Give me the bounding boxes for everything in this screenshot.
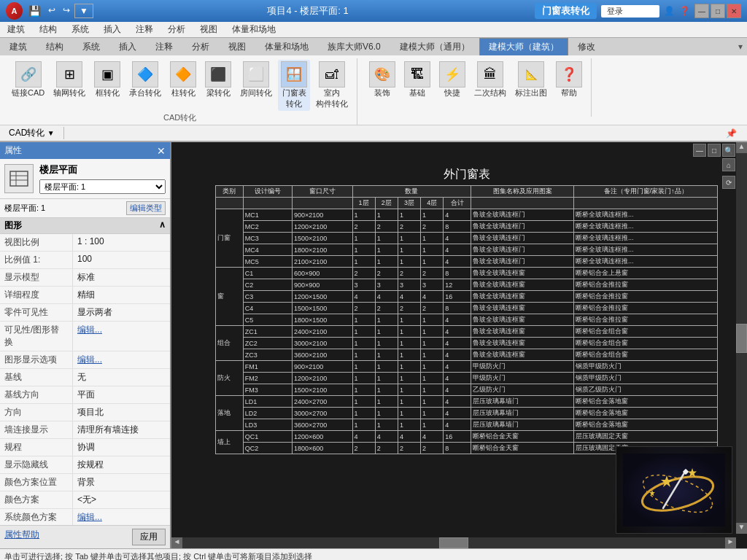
table-cell: 断桥铝合金落地窗 xyxy=(574,408,718,419)
canvas-scrollbar-horizontal[interactable]: ◄ ► xyxy=(171,537,736,548)
help-icon[interactable]: ❓ xyxy=(679,6,690,16)
btn-zhougang-label: 轴网转化 xyxy=(53,88,85,98)
canvas-scrollbar-vertical[interactable]: ▲ ▼ xyxy=(736,142,747,534)
menchuang-icon: 🪟 xyxy=(281,61,307,88)
ercijiegou-icon: 🏛 xyxy=(477,61,503,88)
btn-jichu[interactable]: 🏗 基础 xyxy=(401,60,433,100)
table-cell: 1 xyxy=(398,349,420,361)
nav-btn-search[interactable]: 🔍 xyxy=(722,144,735,157)
menu-tianliang[interactable]: 体量和场地 xyxy=(225,22,283,37)
table-cell: 1 xyxy=(375,361,398,373)
canvas-maximize-btn[interactable]: □ xyxy=(708,144,721,157)
btn-ercijiegou[interactable]: 🏛 二次结构 xyxy=(471,60,509,100)
nav-btn-home[interactable]: ⌂ xyxy=(722,158,735,171)
toolbar-undo[interactable]: ↩ xyxy=(45,4,58,18)
menu-zhushi[interactable]: 注释 xyxy=(128,22,160,37)
table-cell: 层压玻璃固定天窗 xyxy=(574,431,718,443)
tab-xiugai[interactable]: 修改 xyxy=(568,38,605,55)
toolbar-extra[interactable]: ▼ xyxy=(74,4,93,18)
tab-jianzhu[interactable]: 建筑 xyxy=(0,38,36,55)
table-cell: 4 xyxy=(421,291,444,303)
btn-zhu-label: 柱转化 xyxy=(171,88,196,98)
ribbon-pin-btn[interactable]: 📌 xyxy=(721,128,741,139)
search-bar[interactable]: 登录 xyxy=(601,5,659,18)
btn-jichu-label: 基础 xyxy=(409,88,425,98)
toolbar-save[interactable]: 💾 xyxy=(26,4,44,18)
prop-view-row: 楼层平面: 1 编辑类型 xyxy=(0,199,170,218)
user-icon[interactable]: 👤 xyxy=(664,6,675,16)
maximize-button[interactable]: □ xyxy=(711,4,725,18)
table-cell: 3 xyxy=(375,279,398,291)
menu-charu[interactable]: 插入 xyxy=(96,22,128,37)
table-cell: 1 xyxy=(421,384,444,396)
menu-jiegou[interactable]: 结构 xyxy=(32,22,64,37)
prop-row-visibility[interactable]: 可见性/图形替换 编辑... xyxy=(0,322,170,351)
prop-close-btn[interactable]: ✕ xyxy=(157,145,166,157)
tab-tianliang[interactable]: 体量和场地 xyxy=(255,38,318,55)
table-cell: 层压玻璃幕墙门 xyxy=(471,396,573,408)
prop-edit-type-btn[interactable]: 编辑类型 xyxy=(126,201,166,215)
table-cell: 1 xyxy=(375,419,398,431)
nav-btn-orbit[interactable]: ⟳ xyxy=(722,176,735,189)
table-cell: 4 xyxy=(444,209,471,221)
table-cell: 2 xyxy=(352,221,375,233)
prop-row-graphics-display[interactable]: 图形显示选项 编辑... xyxy=(0,351,170,369)
btn-liang[interactable]: ⬛ 梁转化 xyxy=(202,60,234,111)
btn-fangjian-label: 房间转化 xyxy=(240,88,272,98)
table-cell: MC5 xyxy=(243,256,292,268)
prop-row-scale: 视图比例 1 : 100 xyxy=(0,234,170,252)
prop-help-link[interactable]: 属性帮助 xyxy=(4,529,39,545)
table-cell: 鲁玻全玻璃连框门 xyxy=(471,209,573,221)
menu-xitong[interactable]: 系统 xyxy=(64,22,96,37)
ribbon-dropdown-btn[interactable]: CAD转化 ▼ xyxy=(6,127,64,139)
menu-jianzhu[interactable]: 建筑 xyxy=(0,22,32,37)
tab-zhushi[interactable]: 注释 xyxy=(146,38,182,55)
tab-jiegou[interactable]: 结构 xyxy=(36,38,73,55)
tab-zukulibrary[interactable]: 族库大师V6.0 xyxy=(318,38,390,55)
toolbar-redo[interactable]: ↪ xyxy=(60,4,73,18)
table-row: C41500×150022228鲁玻全玻璃连框窗断桥铝合金推拉窗 xyxy=(216,303,718,314)
btn-biaozhuchute-label: 标注出图 xyxy=(515,88,547,98)
canvas-minimize-btn[interactable]: — xyxy=(693,144,706,157)
minimize-button[interactable]: — xyxy=(694,4,709,18)
menu-shitu[interactable]: 视图 xyxy=(193,22,225,37)
tab-jianmoda-general[interactable]: 建模大师（通用） xyxy=(390,38,479,55)
ribbon-tabs: 建筑 结构 系统 插入 注释 分析 视图 体量和场地 族库大师V6.0 建模大师… xyxy=(0,38,747,55)
menu-fenxi[interactable]: 分析 xyxy=(160,22,193,37)
prop-top: 楼层平面 楼层平面: 1 xyxy=(0,159,170,199)
btn-bangzhu[interactable]: ❓ 帮助 xyxy=(553,60,585,100)
table-cell: 4 xyxy=(398,291,420,303)
btn-liang-label: 梁转化 xyxy=(206,88,231,98)
tab-fenxi[interactable]: 分析 xyxy=(182,38,219,55)
btn-chengtai[interactable]: 🔷 承台转化 xyxy=(126,60,164,111)
btn-biaozhuchute[interactable]: 📐 标注出图 xyxy=(512,60,550,100)
menwinchuang-btn[interactable]: 门窗表转化 xyxy=(535,3,597,19)
btn-link-cad[interactable]: 🔗 链接CAD xyxy=(9,60,47,111)
btn-fangjian[interactable]: ⬜ 房间转化 xyxy=(237,60,275,111)
tab-charu[interactable]: 插入 xyxy=(109,38,146,55)
table-cell: 鲁玻全玻璃连框门 xyxy=(471,244,573,256)
btn-kuaijie[interactable]: ⚡ 快捷 xyxy=(436,60,468,100)
close-button[interactable]: ✕ xyxy=(727,4,741,18)
tab-panel-collapse[interactable]: ▾ xyxy=(734,40,747,53)
prop-apply-btn[interactable]: 应用 xyxy=(132,529,166,545)
tab-shitu[interactable]: 视图 xyxy=(219,38,255,55)
tab-jianmoda-jianzhu[interactable]: 建模大师（建筑） xyxy=(479,38,568,55)
table-cell: 1200×2100 xyxy=(292,373,352,384)
prop-view-dropdown[interactable]: 楼层平面: 1 xyxy=(39,179,166,194)
table-cell: 1 xyxy=(352,314,375,326)
btn-zhu[interactable]: 🔶 柱转化 xyxy=(167,60,199,111)
btn-zhuangshi[interactable]: 🎨 装饰 xyxy=(366,60,398,100)
tab-xitong[interactable]: 系统 xyxy=(73,38,109,55)
prop-row-hidden-lines: 显示隐藏线 按规程 xyxy=(0,456,170,474)
btn-kuang[interactable]: ▣ 框转化 xyxy=(91,60,123,111)
prop-row-baseline-dir: 基线方向 平面 xyxy=(0,386,170,404)
table-cell: 鲁玻全玻璃连框门 xyxy=(471,233,573,244)
btn-menchuang[interactable]: 🪟 门窗表转化 xyxy=(278,60,310,111)
prop-section-graphics[interactable]: 图形 ∧ xyxy=(0,218,170,234)
prop-row-sys-color[interactable]: 系统颜色方案 编辑... xyxy=(0,509,170,525)
btn-shinei[interactable]: 🛋 室内构件转化 xyxy=(313,60,351,111)
table-cell: 1 xyxy=(398,314,420,326)
btn-zhougang[interactable]: ⊞ 轴网转化 xyxy=(50,60,88,111)
table-cell: 4 xyxy=(444,338,471,349)
